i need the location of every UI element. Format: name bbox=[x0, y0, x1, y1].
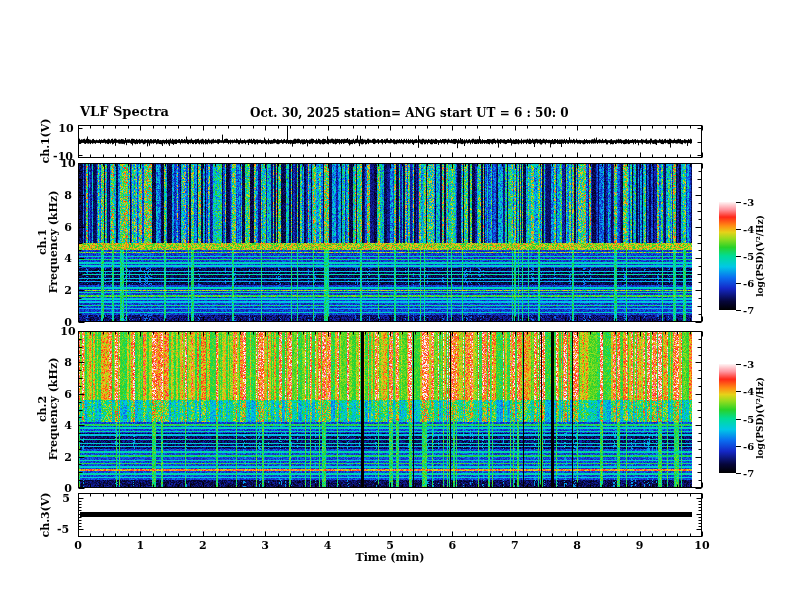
x-tick-label: 9 bbox=[636, 539, 644, 552]
x-tick-label: 0 bbox=[74, 539, 82, 552]
colorbar-tick-label: -3 bbox=[743, 197, 754, 208]
freq-tick-label: 10 bbox=[60, 325, 75, 338]
x-tick-label: 10 bbox=[694, 539, 709, 552]
colorbar-tick-label: -6 bbox=[743, 278, 754, 289]
freq-tick-label: 6 bbox=[64, 387, 72, 400]
colorbar-tick bbox=[736, 391, 741, 392]
colorbar-tick bbox=[736, 310, 741, 311]
colorbar-tick-label: -4 bbox=[743, 386, 754, 397]
colorbar-tick bbox=[736, 283, 741, 284]
colorbar-tick-label: -6 bbox=[743, 440, 754, 451]
start-ut-label: start UT = 6 : 50: 0 bbox=[440, 106, 569, 120]
x-tick-label: 3 bbox=[261, 539, 269, 552]
ch3-tick-label: 5 bbox=[62, 492, 70, 505]
colorbar-tick bbox=[736, 446, 741, 447]
colorbar-tick bbox=[736, 419, 741, 420]
ch1-voltage-axis-label: ch.1(V) bbox=[40, 118, 51, 163]
colorbar-tick-label: -7 bbox=[743, 305, 754, 316]
colorbar-ch1 bbox=[719, 202, 736, 310]
colorbar-tick bbox=[736, 229, 741, 230]
vlf-spectra-figure: VLF Spectra Oct. 30, 2025 station= ANG s… bbox=[0, 0, 792, 612]
x-tick-label: 7 bbox=[511, 539, 519, 552]
spectra-plot-canvas bbox=[0, 0, 792, 612]
colorbar-tick-label: -3 bbox=[743, 359, 754, 370]
colorbar-ch2 bbox=[719, 364, 736, 473]
freq-tick-label: 6 bbox=[64, 220, 72, 233]
colorbar-tick bbox=[736, 256, 741, 257]
x-tick-label: 8 bbox=[573, 539, 581, 552]
ch2-frequency-axis-label: ch.2 Frequency (kHz) bbox=[37, 358, 59, 461]
freq-tick-label: 8 bbox=[64, 356, 72, 369]
freq-tick-label: 8 bbox=[64, 188, 72, 201]
freq-tick-label: 4 bbox=[64, 419, 72, 432]
x-tick-label: 4 bbox=[324, 539, 332, 552]
freq-tick-label: 2 bbox=[64, 284, 72, 297]
colorbar-tick-label: -4 bbox=[743, 224, 754, 235]
colorbar-tick-label: -7 bbox=[743, 468, 754, 479]
colorbar-tick-label: -5 bbox=[743, 413, 754, 424]
x-tick-label: 2 bbox=[199, 539, 207, 552]
colorbar-ch2-label: log(PSD)(V²/Hz) bbox=[755, 377, 765, 459]
station-label: station= ANG bbox=[344, 106, 436, 120]
ch1-tick-label: 10 bbox=[58, 122, 73, 135]
ch1-tick-label: -10 bbox=[53, 150, 73, 163]
colorbar-tick bbox=[736, 202, 741, 203]
time-axis-label: Time (min) bbox=[355, 551, 424, 564]
colorbar-tick bbox=[736, 364, 741, 365]
ch3-voltage-axis-label: ch.3(V) bbox=[40, 492, 51, 537]
ch3-tick-label: -5 bbox=[57, 523, 69, 536]
freq-tick-label: 4 bbox=[64, 252, 72, 265]
date-label: Oct. 30, 2025 bbox=[250, 106, 340, 120]
colorbar-tick-label: -5 bbox=[743, 251, 754, 262]
x-tick-label: 1 bbox=[137, 539, 145, 552]
x-tick-label: 6 bbox=[449, 539, 457, 552]
page-title: VLF Spectra bbox=[80, 104, 169, 119]
x-tick-label: 5 bbox=[386, 539, 394, 552]
colorbar-tick bbox=[736, 473, 741, 474]
colorbar-ch1-label: log(PSD)(V²/Hz) bbox=[755, 215, 765, 297]
freq-tick-label: 2 bbox=[64, 450, 72, 463]
ch1-frequency-axis-label: ch.1 Frequency (kHz) bbox=[37, 191, 59, 294]
